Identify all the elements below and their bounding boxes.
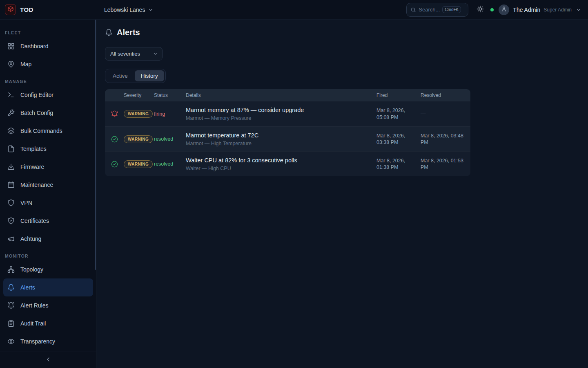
shield-check-icon bbox=[7, 217, 15, 224]
sidebar-item-templates[interactable]: Templates bbox=[0, 140, 96, 158]
details-cell: Walter CPU at 82% for 3 consecutive poll… bbox=[186, 157, 376, 171]
sidebar-item-label: Bulk Commands bbox=[20, 128, 62, 134]
details-cell: Marmot memory at 87% — consider upgrade … bbox=[186, 107, 376, 121]
table-header-row: Severity Status Details Fired Resolved bbox=[105, 89, 470, 101]
row-status-icon-cell bbox=[105, 161, 124, 168]
column-header-fired: Fired bbox=[376, 92, 421, 98]
sidebar-collapse-button[interactable] bbox=[0, 352, 96, 368]
table-row[interactable]: WARNING resolved Marmot temperature at 7… bbox=[105, 126, 470, 151]
org-selector-label: Lebowski Lanes bbox=[104, 7, 145, 13]
sidebar-item-label: Batch Config bbox=[20, 110, 53, 116]
chevron-down-icon bbox=[148, 7, 154, 13]
bell-ring-icon bbox=[7, 302, 15, 309]
sidebar-item-firmware[interactable]: Firmware bbox=[0, 158, 96, 176]
network-icon bbox=[7, 266, 15, 273]
status-cell: resolved bbox=[154, 161, 186, 167]
status-indicator-dot bbox=[490, 8, 494, 11]
severity-cell: WARNING bbox=[124, 110, 154, 118]
sidebar-item-batch-config[interactable]: Batch Config bbox=[0, 104, 96, 122]
alert-title: Marmot temperature at 72C bbox=[186, 132, 370, 139]
search-icon bbox=[410, 7, 416, 13]
alert-title: Marmot memory at 87% — consider upgrade bbox=[186, 107, 370, 113]
sidebar-item-label: VPN bbox=[20, 200, 32, 206]
sidebar-item-topology[interactable]: Topology bbox=[0, 260, 96, 278]
status-cell: firing bbox=[154, 111, 186, 117]
check-circle-icon bbox=[111, 136, 118, 143]
clipboard-icon bbox=[7, 320, 15, 327]
sidebar-item-dashboard[interactable]: Dashboard bbox=[0, 37, 96, 55]
sidebar-nav: FLEET Dashboard Map MANAGE Config Editor bbox=[0, 20, 96, 352]
page-header: Alerts bbox=[105, 28, 588, 37]
column-header-severity: Severity bbox=[124, 92, 154, 98]
brand-area: TOD bbox=[0, 4, 97, 15]
chevron-down-icon bbox=[576, 7, 581, 13]
column-header-details: Details bbox=[186, 92, 376, 98]
grid-icon bbox=[7, 43, 15, 50]
layers-icon bbox=[7, 127, 15, 135]
user-name: The Admin bbox=[513, 7, 540, 13]
alerts-table: Severity Status Details Fired Resolved W… bbox=[105, 89, 470, 176]
alerts-tabs: Active History bbox=[105, 69, 166, 83]
sidebar-item-label: Config Editor bbox=[20, 92, 53, 98]
sidebar-item-label: Topology bbox=[20, 266, 43, 273]
megaphone-icon bbox=[7, 235, 15, 242]
sidebar-item-alert-rules[interactable]: Alert Rules bbox=[0, 296, 96, 314]
tab-history[interactable]: History bbox=[135, 70, 164, 81]
alert-subtitle: Marmot — High Temperature bbox=[186, 141, 370, 146]
search-input[interactable] bbox=[419, 7, 440, 13]
table-row[interactable]: WARNING firing Marmot memory at 87% — co… bbox=[105, 101, 470, 126]
theme-toggle-button[interactable] bbox=[474, 4, 486, 16]
sidebar-scrollbar[interactable] bbox=[95, 20, 96, 270]
global-search[interactable]: Cmd+K bbox=[406, 3, 468, 17]
sidebar-item-maintenance[interactable]: Maintenance bbox=[0, 176, 96, 194]
check-circle-icon bbox=[111, 161, 118, 168]
details-cell: Marmot temperature at 72C Marmot — High … bbox=[186, 132, 376, 146]
sidebar-item-alerts[interactable]: Alerts bbox=[3, 278, 93, 296]
download-icon bbox=[7, 163, 15, 171]
sidebar-item-label: Alert Rules bbox=[20, 302, 48, 309]
sidebar-item-transparency[interactable]: Transparency bbox=[0, 332, 96, 350]
tab-active[interactable]: Active bbox=[107, 70, 134, 81]
brand-name: TOD bbox=[20, 6, 33, 13]
chevron-left-icon bbox=[45, 356, 51, 364]
sidebar-item-config-editor[interactable]: Config Editor bbox=[0, 86, 96, 104]
sidebar-item-vpn[interactable]: VPN bbox=[0, 194, 96, 212]
sidebar-item-map[interactable]: Map bbox=[0, 55, 96, 73]
sidebar-item-achtung[interactable]: Achtung bbox=[0, 230, 96, 248]
search-shortcut-badge: Cmd+K bbox=[442, 6, 461, 13]
sidebar-section-monitor: MONITOR bbox=[5, 254, 91, 258]
sidebar-item-label: Dashboard bbox=[20, 43, 49, 49]
sidebar-item-audit-trail[interactable]: Audit Trail bbox=[0, 314, 96, 332]
org-selector[interactable]: Lebowski Lanes bbox=[104, 7, 154, 13]
sidebar-item-label: Audit Trail bbox=[20, 320, 46, 327]
alert-title: Walter CPU at 82% for 3 consecutive poll… bbox=[186, 157, 370, 164]
severity-filter-select[interactable]: All severities bbox=[105, 47, 163, 61]
eye-icon bbox=[7, 338, 15, 345]
app-logo[interactable] bbox=[5, 4, 16, 15]
bell-icon bbox=[7, 284, 15, 291]
severity-cell: WARNING bbox=[124, 160, 154, 168]
terminal-icon bbox=[7, 91, 15, 99]
row-status-icon-cell bbox=[105, 110, 124, 117]
column-header-resolved: Resolved bbox=[421, 92, 470, 98]
severity-badge: WARNING bbox=[124, 110, 153, 118]
resolved-cell: Mar 8, 2026, 01:53 PM bbox=[421, 157, 470, 171]
table-row[interactable]: WARNING resolved Walter CPU at 82% for 3… bbox=[105, 151, 470, 176]
alert-subtitle: Marmot — Memory Pressure bbox=[186, 115, 370, 121]
calendar-icon bbox=[7, 181, 15, 188]
sidebar-item-certificates[interactable]: Certificates bbox=[0, 212, 96, 230]
sidebar-item-label: Certificates bbox=[20, 218, 49, 224]
sun-icon bbox=[477, 5, 484, 14]
bell-icon bbox=[105, 29, 113, 36]
app-root: TOD Lebowski Lanes Cmd+K bbox=[0, 0, 588, 368]
fired-cell: Mar 8, 2026, 01:38 PM bbox=[376, 157, 421, 171]
sidebar-section-manage: MANAGE bbox=[5, 79, 91, 84]
resolved-cell: Mar 8, 2026, 03:48 PM bbox=[421, 132, 470, 146]
sidebar: FLEET Dashboard Map MANAGE Config Editor bbox=[0, 20, 97, 368]
status-cell: resolved bbox=[154, 136, 186, 142]
sidebar-item-bulk-commands[interactable]: Bulk Commands bbox=[0, 122, 96, 140]
user-icon bbox=[501, 6, 507, 13]
file-icon bbox=[7, 145, 15, 153]
sidebar-item-label: Maintenance bbox=[20, 182, 53, 188]
user-menu[interactable]: The Admin Super Admin bbox=[499, 4, 588, 15]
